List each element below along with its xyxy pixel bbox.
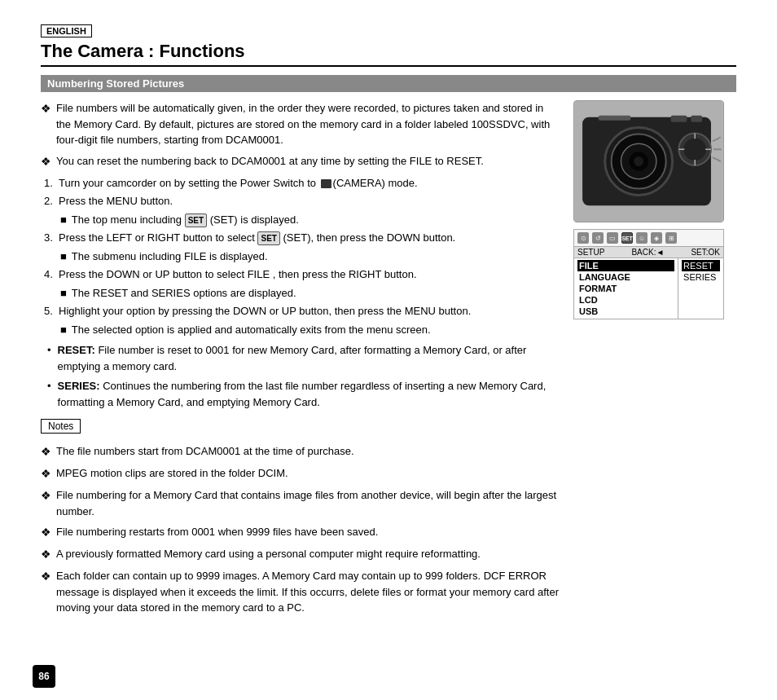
menu-table: ⊙ ↺ ▭ SET ☺ ◈ ⊞ SETUP BACK:◄ SET:OK — [573, 229, 724, 319]
note-5: ❖ A previously formatted Memory card usi… — [41, 546, 560, 563]
step-1: 1. Turn your camcorder on by setting the… — [44, 175, 560, 192]
menu-icon-set: SET — [621, 232, 633, 244]
note-sym-6: ❖ — [41, 568, 51, 616]
menu-right-series: SERIES — [682, 271, 720, 283]
menu-icon-2: ↺ — [592, 232, 604, 244]
bullet-symbol-2: ❖ — [41, 153, 51, 170]
set-badge-inline: SET — [185, 214, 207, 227]
dot-text-reset: RESET: File number is reset to 0001 for … — [58, 342, 560, 374]
content-area: ❖ File numbers will be automatically giv… — [41, 100, 736, 621]
menu-icon-3: ▭ — [607, 232, 618, 244]
bullet-text-1: File numbers will be automatically given… — [56, 100, 560, 148]
page: ENGLISH The Camera : Functions Numbering… — [0, 0, 777, 700]
note-sym-2: ❖ — [41, 465, 51, 482]
dot-bullet-reset: • RESET: File number is reset to 0001 fo… — [47, 342, 560, 374]
english-badge: ENGLISH — [41, 24, 92, 37]
menu-item-lcd: LCD — [577, 294, 674, 306]
step-4: 4. Press the DOWN or UP button to select… — [44, 266, 560, 283]
step-4-sub-text: The RESET and SERIES options are display… — [72, 285, 296, 302]
menu-item-format: FORMAT — [577, 283, 674, 294]
page-title: The Camera : Functions — [41, 41, 736, 67]
bullet-item-1: ❖ File numbers will be automatically giv… — [41, 100, 560, 148]
note-text-6: Each folder can contain up to 9999 image… — [56, 568, 560, 616]
svg-rect-17 — [691, 116, 702, 122]
notes-section: ❖ The file numbers start from DCAM0001 a… — [41, 443, 560, 616]
section-header: Numbering Stored Pictures — [41, 75, 736, 92]
note-text-5: A previously formatted Memory card using… — [56, 546, 481, 563]
menu-header-back: BACK:◄ — [631, 248, 664, 257]
step-2: 2. Press the MENU button. — [44, 193, 560, 209]
menu-item-usb: USB — [577, 306, 674, 317]
menu-header-setup: SETUP — [577, 248, 604, 257]
note-text-1: The file numbers start from DCAM0001 at … — [56, 443, 354, 460]
note-text-4: File numbering restarts from 0001 when 9… — [56, 524, 378, 541]
step-3-sub-text: The submenu including FILE is displayed. — [72, 249, 268, 265]
step-5-sub-text: The selected option is applied and autom… — [72, 322, 431, 338]
svg-point-6 — [634, 156, 643, 166]
menu-item-file: FILE — [577, 260, 674, 271]
step-text-3: Press the LEFT or RIGHT button to select… — [59, 230, 455, 246]
bullet-item-2: ❖ You can reset the numbering back to DC… — [41, 153, 560, 170]
notes-label: Notes — [48, 420, 73, 432]
note-sym-5: ❖ — [41, 546, 51, 563]
menu-item-language: LANGUAGE — [577, 271, 674, 283]
svg-point-8 — [683, 138, 706, 161]
dot-text-series: SERIES: Continues the numbering from the… — [58, 378, 560, 410]
dot-sym-series: • — [47, 378, 51, 410]
menu-left-col: FILE LANGUAGE FORMAT LCD USB — [574, 258, 678, 319]
step-num-2: 2. — [44, 193, 59, 209]
menu-icon-1: ⊙ — [577, 232, 589, 244]
step-num-4: 4. — [44, 266, 59, 283]
step-3: 3. Press the LEFT or RIGHT button to sel… — [44, 230, 560, 246]
note-text-3: File numbering for a Memory Card that co… — [56, 487, 560, 519]
sub-bullet-sym-4: ■ — [60, 285, 67, 302]
camera-image — [573, 100, 724, 222]
dot-bullet-series: • SERIES: Continues the numbering from t… — [47, 378, 560, 410]
menu-header-row: SETUP BACK:◄ SET:OK — [574, 247, 723, 258]
svg-rect-18 — [599, 116, 630, 121]
svg-rect-16 — [671, 116, 687, 122]
step-text-4: Press the DOWN or UP button to select FI… — [59, 266, 417, 283]
note-1: ❖ The file numbers start from DCAM0001 a… — [41, 443, 560, 460]
note-sym-1: ❖ — [41, 443, 51, 460]
menu-icon-5: ◈ — [651, 232, 662, 244]
sub-bullet-sym-3: ■ — [60, 249, 67, 265]
text-column: ❖ File numbers will be automatically giv… — [41, 100, 560, 621]
note-2: ❖ MPEG motion clips are stored in the fo… — [41, 465, 560, 482]
step-5-sub: ■ The selected option is applied and aut… — [60, 322, 560, 338]
menu-icons-row: ⊙ ↺ ▭ SET ☺ ◈ ⊞ — [574, 230, 723, 247]
step-text-2: Press the MENU button. — [59, 193, 173, 209]
step-5: 5. Highlight your option by pressing the… — [44, 303, 560, 319]
sub-bullet-sym: ■ — [60, 212, 67, 228]
step-num-3: 3. — [44, 230, 59, 246]
menu-body: FILE LANGUAGE FORMAT LCD USB RESET SERIE… — [574, 258, 723, 319]
step-num-1: 1. — [44, 175, 59, 192]
sub-bullet-sym-5: ■ — [60, 322, 67, 338]
step-2-sub: ■ The top menu including SET (SET) is di… — [60, 212, 560, 228]
bullet-symbol: ❖ — [41, 100, 51, 148]
note-sym-4: ❖ — [41, 524, 51, 541]
note-4: ❖ File numbering restarts from 0001 when… — [41, 524, 560, 541]
note-text-2: MPEG motion clips are stored in the fold… — [56, 465, 288, 482]
set-badge-3: SET — [257, 231, 279, 245]
bullet-text-2: You can reset the numbering back to DCAM… — [56, 153, 484, 170]
menu-header-ok: SET:OK — [691, 248, 720, 257]
menu-icon-4: ☺ — [636, 232, 648, 244]
note-sym-3: ❖ — [41, 487, 51, 519]
menu-icon-6: ⊞ — [665, 232, 677, 244]
note-3: ❖ File numbering for a Memory Card that … — [41, 487, 560, 519]
step-2-sub-text: The top menu including SET (SET) is disp… — [72, 212, 299, 228]
page-number: 86 — [33, 665, 55, 688]
notes-box: Notes — [41, 419, 81, 434]
step-4-sub: ■ The RESET and SERIES options are displ… — [60, 285, 560, 302]
numbered-list: 1. Turn your camcorder on by setting the… — [44, 175, 560, 338]
step-text-1: Turn your camcorder on by setting the Po… — [59, 175, 418, 192]
step-text-5: Highlight your option by pressing the DO… — [59, 303, 471, 319]
step-3-sub: ■ The submenu including FILE is displaye… — [60, 249, 560, 265]
menu-right-col: RESET SERIES — [678, 258, 723, 319]
menu-right-reset: RESET — [682, 260, 720, 271]
dot-sym-reset: • — [47, 342, 51, 374]
note-6: ❖ Each folder can contain up to 9999 ima… — [41, 568, 560, 616]
step-num-5: 5. — [44, 303, 59, 319]
image-column: ⊙ ↺ ▭ SET ☺ ◈ ⊞ SETUP BACK:◄ SET:OK — [573, 100, 736, 621]
